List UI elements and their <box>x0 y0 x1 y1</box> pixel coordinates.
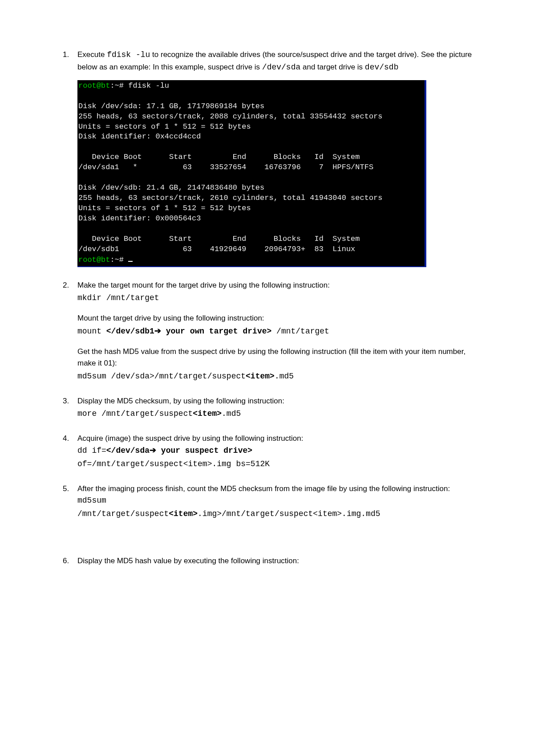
step-1: Execute fdisk -lu to recognize the avail… <box>71 49 481 267</box>
step2-cmd2-b: </dev/sdb1 <box>106 327 154 336</box>
step2-cmd1: mkdir /mnt/target <box>77 292 481 305</box>
step-6: Display the MD5 hash value by executing … <box>71 555 481 567</box>
step2-cmd2-c: your own target drive> <box>161 327 271 336</box>
step2-p2: Mount the target drive by using the foll… <box>77 313 481 324</box>
document-page: Execute fdisk -lu to recognize the avail… <box>0 0 534 624</box>
step2-p3: Get the hash MD5 value from the suspect … <box>77 346 481 370</box>
step2-cmd3-a: md5sum /dev/sda>/mnt/target/suspect <box>77 372 246 381</box>
step2-cmd3-b: <item> <box>246 372 275 381</box>
step-2: Make the target mount for the target dri… <box>71 280 481 383</box>
step4-cmd1-b: </dev/sda <box>106 446 150 455</box>
terminal-content: root@bt:~# fdisk -lu Disk /dev/sda: 17.1… <box>77 80 425 266</box>
term-row-b: /dev/sdb1 63 41929649 20964793+ 83 Linux <box>78 245 355 253</box>
term-prompt-1-user: root@bt <box>78 81 110 90</box>
term-header-b: Device Boot Start End Blocks Id System <box>78 235 360 243</box>
step4-cmd1-a: dd if= <box>77 446 106 455</box>
step6-p1: Display the MD5 hash value by executing … <box>77 555 481 567</box>
spacer <box>77 527 481 535</box>
step1-text-a: Execute <box>77 50 107 59</box>
step5-cmd2-a: /mnt/target/suspect <box>77 509 169 518</box>
step3-cmd: more /mnt/target/suspect<item>.md5 <box>77 408 481 420</box>
step4-cmd1: dd if=</dev/sda➔ your suspect drive> <box>77 444 481 457</box>
step-5: After the imaging process finish, count … <box>71 483 481 543</box>
step2-cmd3-c: .md5 <box>275 372 294 381</box>
step3-cmd-b: <item> <box>193 409 222 418</box>
term-disk-a: Disk /dev/sda: 17.1 GB, 17179869184 byte… <box>78 102 383 141</box>
instruction-list: Execute fdisk -lu to recognize the avail… <box>58 49 481 567</box>
step5-cmd2-c: .img>/mnt/target/suspect<item>.img.md5 <box>198 509 380 518</box>
spacer <box>77 535 481 543</box>
step3-cmd-a: more /mnt/target/suspect <box>77 409 193 418</box>
step3-p1: Display the MD5 checksum, by using the f… <box>77 395 481 407</box>
step4-cmd1-c: your suspect drive> <box>156 446 252 455</box>
step5-cmd2: /mnt/target/suspect<item>.img>/mnt/targe… <box>77 508 481 520</box>
step1-cmd-b: /dev/sda <box>262 63 300 72</box>
step5-cmd1: md5sum <box>77 495 481 507</box>
step2-cmd3: md5sum /dev/sda>/mnt/target/suspect<item… <box>77 370 481 383</box>
term-header-a: Device Boot Start End Blocks Id System <box>78 153 360 161</box>
step4-cmd2: of=/mnt/target/suspect<item>.img bs=512K <box>77 458 481 471</box>
terminal-screenshot: root@bt:~# fdisk -lu Disk /dev/sda: 17.1… <box>77 80 426 267</box>
arrow-icon: ➔ <box>154 326 161 335</box>
term-disk-b: Disk /dev/sdb: 21.4 GB, 21474836480 byte… <box>78 183 383 223</box>
step4-p1: Acquire (image) the suspect drive by usi… <box>77 433 481 444</box>
term-prompt-2-tail: :~# <box>110 256 128 264</box>
arrow-icon: ➔ <box>150 446 156 455</box>
term-prompt-2-user: root@bt <box>78 256 110 264</box>
step-3: Display the MD5 checksum, by using the f… <box>71 395 481 420</box>
step2-cmd2-d: /mnt/target <box>271 327 329 336</box>
step1-text-c: and target drive is <box>300 63 365 71</box>
step-4: Acquire (image) the suspect drive by usi… <box>71 433 481 471</box>
step2-p1: Make the target mount for the target dri… <box>77 280 481 291</box>
step2-cmd2-a: mount <box>77 327 106 336</box>
step1-cmd-c: dev/sdb <box>365 63 399 72</box>
step1-cmd-a: fdisk -lu <box>107 50 150 59</box>
step2-cmd2: mount </dev/sdb1➔ your own target drive>… <box>77 325 481 338</box>
step3-cmd-c: .md5 <box>222 409 241 418</box>
term-prompt-1-cmd: :~# fdisk -lu <box>110 81 169 90</box>
step5-cmd2-b: <item> <box>169 509 198 518</box>
step5-p1: After the imaging process finish, count … <box>77 483 481 495</box>
term-cursor <box>128 255 133 262</box>
term-row-a: /dev/sda1 * 63 33527654 16763796 7 HPFS/… <box>78 163 373 171</box>
